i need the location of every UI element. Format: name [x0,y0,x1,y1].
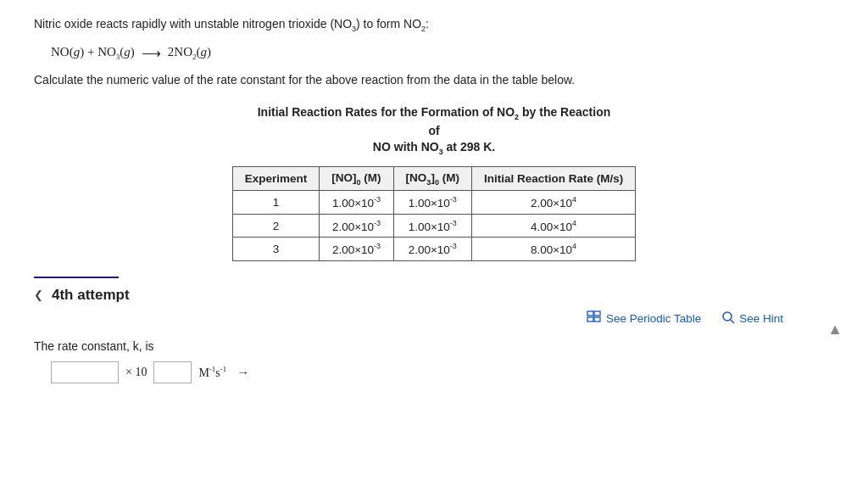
cell-no-3: 2.00×10-3 [320,238,393,261]
attempt-label: 4th attempt [52,287,130,304]
cell-rate-2: 4.00×104 [471,214,635,238]
svg-point-4 [723,312,732,321]
cell-exp-3: 3 [232,238,320,261]
rate-constant-label: The rate constant, k, is [34,339,834,353]
col-header-rate: Initial Reaction Rate (M/s) [471,166,635,191]
col-header-no: [NO]0 (M) [320,166,393,191]
cell-exp-2: 2 [232,214,320,238]
submit-arrow-button[interactable]: → [236,365,249,379]
cell-no3-3: 2.00×10-3 [393,238,471,261]
cell-no3-1: 1.00×10-3 [393,191,471,215]
reaction-equation: NO(g) + NO3(g) ⟶ 2NO2(g) [51,45,834,61]
rate-value-input[interactable] [51,361,119,383]
rate-constant-section: The rate constant, k, is × 10 M-1s-1 → [34,339,834,383]
col-header-experiment: Experiment [232,166,320,191]
exponent-input[interactable] [153,361,192,383]
table-grid-icon [587,310,602,324]
svg-rect-2 [587,317,593,321]
attempt-divider [34,277,119,278]
search-icon [721,310,735,324]
svg-rect-0 [587,311,593,316]
table-section: Initial Reaction Rates for the Formation… [34,104,834,261]
periodic-table-button[interactable]: See Periodic Table [587,310,701,327]
attempt-section: ❮ 4th attempt [34,277,834,304]
cell-rate-3: 8.00×104 [471,238,635,261]
chevron-down-icon[interactable]: ❮ [34,288,43,301]
data-table: Experiment [NO]0 (M) [NO3]0 (M) Initial … [232,166,636,261]
cell-no-1: 1.00×10-3 [320,191,393,215]
times-ten-label: × 10 [125,366,147,379]
scroll-up-button[interactable]: ▲ [827,321,843,338]
hint-icon [721,310,735,327]
cell-exp-1: 1 [232,191,320,215]
table-title: Initial Reaction Rates for the Formation… [252,104,616,157]
cell-no3-2: 1.00×10-3 [393,214,471,238]
hint-label: See Hint [739,312,783,325]
table-row: 3 2.00×10-3 2.00×10-3 8.00×104 [232,238,635,261]
svg-line-5 [731,320,734,323]
table-row: 2 2.00×10-3 1.00×10-3 4.00×104 [232,214,635,238]
svg-rect-1 [594,311,600,316]
svg-rect-3 [594,317,600,321]
intro-text: Nitric oxide reacts rapidly with unstabl… [34,15,834,35]
table-row: 1 1.00×10-3 1.00×10-3 2.00×104 [232,191,635,215]
tools-row: See Periodic Table See Hint [34,310,783,327]
cell-no-2: 2.00×10-3 [320,214,393,238]
calculate-text: Calculate the numeric value of the rate … [34,71,834,89]
col-header-no3: [NO3]0 (M) [393,166,471,191]
periodic-table-icon [587,310,602,327]
input-row: × 10 M-1s-1 → [51,361,834,383]
periodic-table-label: See Periodic Table [606,312,701,325]
unit-label: M-1s-1 [198,365,226,380]
attempt-row: ❮ 4th attempt [34,287,834,304]
cell-rate-1: 2.00×104 [471,191,635,215]
hint-button[interactable]: See Hint [721,310,783,327]
